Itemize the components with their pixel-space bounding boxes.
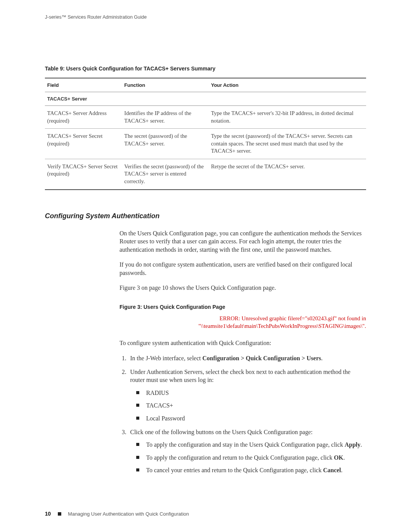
list-item: To cancel your entries and return to the… (136, 466, 366, 474)
footer-section-title: Managing User Authentication with Quick … (68, 511, 189, 517)
step-item: Click one of the following buttons on th… (128, 428, 366, 474)
cell-field: TACACS+ Server Secret (required) (45, 129, 122, 159)
text: In the J-Web interface, select (130, 355, 202, 361)
button-label-apply: Apply (344, 441, 360, 448)
page-number: 10 (45, 511, 51, 517)
paragraph: On the Users Quick Configuration page, y… (119, 229, 366, 254)
cell-field: Verify TACACS+ Server Secret (required) (45, 159, 122, 189)
step-item: In the J-Web interface, select Configura… (128, 354, 366, 363)
breadcrumb-path: Configuration > Quick Configuration > Us… (202, 355, 321, 361)
cell-function: The secret (password) of the TACACS+ ser… (122, 129, 209, 159)
tacacs-table: Field Function Your Action TACACS+ Serve… (45, 78, 366, 190)
list-item: Local Password (136, 414, 366, 423)
text: . (343, 454, 345, 461)
page-footer: 10 Managing User Authentication with Qui… (45, 511, 189, 517)
error-message: ERROR: Unresolved graphic fileref="s0202… (119, 315, 366, 330)
th-action: Your Action (209, 78, 366, 92)
body-content: On the Users Quick Configuration page, y… (119, 229, 366, 474)
cell-function: Verifies the secret (password) of the TA… (122, 159, 209, 189)
figure-caption: Figure 3: Users Quick Configuration Page (119, 304, 366, 311)
error-line: ERROR: Unresolved graphic fileref="s0202… (220, 315, 366, 321)
error-line: "\\teamsite1\default\main\TechPubsWorkIn… (198, 323, 366, 329)
section-row-label: TACACS+ Server (45, 92, 366, 106)
cell-action: Type the secret (password) of the TACACS… (209, 129, 366, 159)
section-heading: Configuring System Authentication (45, 212, 366, 220)
text: . (360, 441, 362, 448)
button-label-ok: OK (334, 454, 343, 461)
square-bullet-icon (58, 512, 61, 516)
text: To cancel your entries and return to the… (146, 467, 323, 473)
text: To apply the configuration and return to… (146, 454, 334, 461)
steps-list: In the J-Web interface, select Configura… (128, 354, 366, 474)
methods-list: RADIUS TACACS+ Local Password (136, 389, 366, 423)
text: Under Authentication Servers, select the… (130, 369, 350, 383)
text: . (341, 467, 342, 473)
text: . (321, 355, 323, 361)
th-function: Function (122, 78, 209, 92)
text: To apply the configuration and stay in t… (146, 441, 344, 448)
intro-line: To configure system authentication with … (119, 339, 366, 347)
paragraph: If you do not configure system authentic… (119, 260, 366, 277)
table-row: TACACS+ Server Address (required) Identi… (45, 106, 366, 129)
table-row: Verify TACACS+ Server Secret (required) … (45, 159, 366, 189)
list-item: TACACS+ (136, 401, 366, 410)
running-head: J-series™ Services Router Administration… (45, 14, 366, 20)
text: Click one of the following buttons on th… (130, 429, 312, 435)
cell-action: Type the TACACS+ server's 32-bit IP addr… (209, 106, 366, 129)
cell-function: Identifies the IP address of the TACACS+… (122, 106, 209, 129)
list-item: To apply the configuration and stay in t… (136, 441, 366, 449)
cell-action: Retype the secret of the TACACS+ server. (209, 159, 366, 189)
buttons-list: To apply the configuration and stay in t… (136, 441, 366, 474)
cell-field: TACACS+ Server Address (required) (45, 106, 122, 129)
th-field: Field (45, 78, 122, 92)
step-item: Under Authentication Servers, select the… (128, 368, 366, 423)
paragraph: Figure 3 on page 10 shows the Users Quic… (119, 284, 366, 292)
list-item: To apply the configuration and return to… (136, 454, 366, 462)
list-item: RADIUS (136, 389, 366, 397)
table-caption: Table 9: Users Quick Configuration for T… (45, 66, 366, 72)
button-label-cancel: Cancel (323, 467, 341, 473)
table-row: TACACS+ Server Secret (required) The sec… (45, 129, 366, 159)
